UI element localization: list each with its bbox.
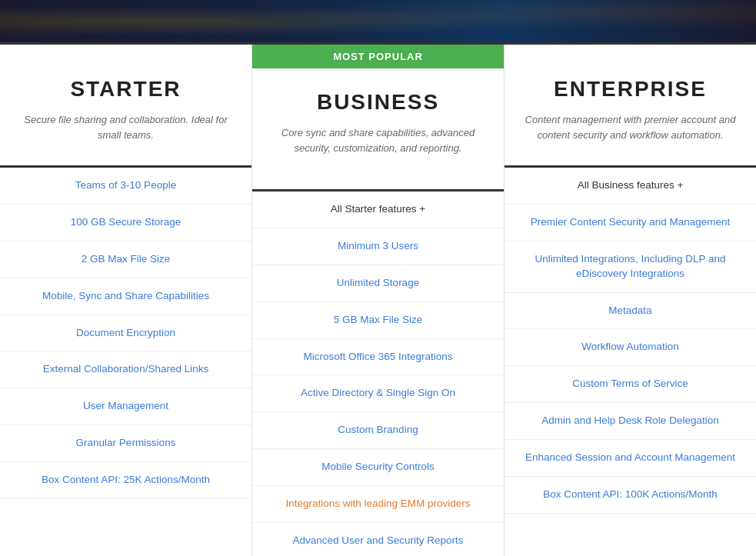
enterprise-features-list: All Business features +Premier Content S… [505,168,756,514]
list-item: Unlimited Integrations, Including DLP an… [505,241,756,293]
business-features-list: All Starter features +Minimum 3 UsersUnl… [252,191,504,556]
list-item: External Collaboration/Shared Links [0,351,251,388]
list-item: Granular Permissions [0,425,251,462]
list-item: User Management [0,388,251,425]
starter-plan-description: Secure file sharing and collaboration. I… [15,112,236,142]
list-item: 100 GB Secure Storage [0,205,251,241]
list-item: Premier Content Security and Management [505,205,756,241]
list-item: Enhanced Session and Account Management [505,440,756,477]
list-item: Advanced User and Security Reports [252,523,504,556]
starter-header: STARTER Secure file sharing and collabor… [0,45,251,168]
list-item: Integrations with leading EMM providers [252,486,504,523]
list-item: All Starter features + [252,191,504,228]
enterprise-plan-column: ENTERPRISE Content management with premi… [505,45,756,556]
list-item: Box Content API: 100K Actions/Month [505,477,756,514]
business-plan-name: BUSINESS [268,90,488,115]
business-plan-description: Core sync and share capabilities, advanc… [268,125,488,155]
business-header: BUSINESS Core sync and share capabilitie… [252,68,504,191]
list-item: Admin and Help Desk Role Delegation [505,403,756,440]
list-item: Custom Branding [252,412,504,449]
business-plan-column: MOST POPULAR BUSINESS Core sync and shar… [252,45,505,556]
list-item: Microsoft Office 365 Integrations [252,339,504,376]
list-item: Unlimited Storage [252,265,504,302]
list-item: Document Encryption [0,315,251,352]
hero-banner [0,0,756,42]
list-item: Mobile Security Controls [252,449,504,486]
starter-plan-name: STARTER [15,77,236,102]
list-item: Custom Terms of Service [505,366,756,403]
most-popular-badge: MOST POPULAR [252,45,504,68]
list-item: Mobile, Sync and Share Capabilities [0,278,251,315]
starter-plan-column: STARTER Secure file sharing and collabor… [0,45,252,556]
list-item: Minimum 3 Users [252,228,504,265]
enterprise-plan-name: ENTERPRISE [520,77,741,102]
list-item: 5 GB Max File Size [252,302,504,339]
list-item: Active Directory & Single Sign On [252,375,504,412]
pricing-container: STARTER Secure file sharing and collabor… [0,42,756,556]
list-item: 2 GB Max File Size [0,241,251,278]
enterprise-plan-description: Content management with premier account … [520,112,741,142]
list-item: Metadata [505,293,756,330]
list-item: All Business features + [505,168,756,205]
enterprise-header: ENTERPRISE Content management with premi… [505,45,756,168]
starter-features-list: Teams of 3-10 People100 GB Secure Storag… [0,168,251,499]
list-item: Workflow Automation [505,329,756,366]
list-item: Box Content API: 25K Actions/Month [0,462,251,499]
list-item: Teams of 3-10 People [0,168,251,205]
